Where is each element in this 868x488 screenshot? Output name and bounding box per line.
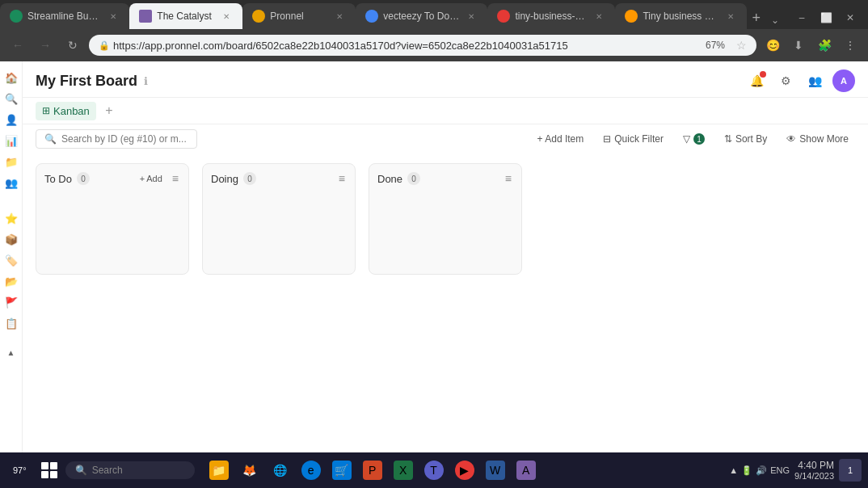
- maximize-button[interactable]: ⬜: [815, 10, 837, 26]
- sidebar-icon-files[interactable]: 📂: [2, 271, 21, 291]
- tab-close-1[interactable]: ✕: [107, 10, 120, 23]
- taskbar-app-word[interactable]: W: [481, 456, 510, 485]
- notif-count: 1: [848, 465, 853, 475]
- taskbar-app-media[interactable]: ▶: [450, 456, 479, 485]
- tab-close-2[interactable]: ✕: [220, 10, 233, 23]
- clock-date: 9/14/2023: [794, 471, 834, 481]
- tab-bar: Streamline Busines... ✕ The Catalyst ✕ P…: [0, 0, 868, 29]
- sidebar-icon-tag[interactable]: 🏷️: [2, 250, 21, 270]
- header-actions: 🔔 ⚙ 👥 A: [745, 69, 855, 92]
- kanban-tab-icon: ⊞: [42, 105, 50, 116]
- menu-icon[interactable]: ⋮: [839, 34, 862, 57]
- zoom-level[interactable]: 67%: [702, 38, 728, 53]
- time-area[interactable]: 4:40 PM 9/14/2023: [794, 460, 834, 481]
- browser-tab-1[interactable]: Streamline Busines... ✕: [0, 3, 129, 29]
- taskbar-left: 97° 🔍 Search: [6, 457, 195, 483]
- browser-tab-5[interactable]: tiny-business-peop... ✕: [487, 3, 615, 29]
- tab-close-5[interactable]: ✕: [592, 10, 605, 23]
- system-tray: ▲ 🔋 🔊 ENG: [729, 465, 790, 476]
- column-title-area-done: Done 0: [377, 172, 420, 185]
- add-view-button[interactable]: +: [99, 101, 119, 120]
- excel-icon: X: [394, 461, 413, 480]
- search-box[interactable]: 🔍: [36, 129, 197, 149]
- taskbar-search[interactable]: 🔍 Search: [65, 461, 195, 479]
- kanban-board: To Do 0 + Add ≡ D: [23, 154, 868, 488]
- show-more-label: Show More: [799, 133, 849, 145]
- column-header-doing: Doing 0 ≡: [203, 164, 355, 193]
- volume-icon[interactable]: 🔊: [756, 465, 767, 476]
- up-arrow-icon[interactable]: ▲: [729, 465, 738, 475]
- sidebar-icon-flag[interactable]: 🚩: [2, 292, 21, 312]
- kanban-view-tab[interactable]: ⊞ Kanban: [36, 102, 96, 120]
- tab-scroll-chevron[interactable]: ⌄: [766, 15, 784, 26]
- toolbar-right: + Add Item ⊟ Quick Filter ▽ 1 ⇅ Sort By …: [531, 130, 855, 148]
- add-item-label: + Add Item: [537, 133, 584, 145]
- profile-icon[interactable]: 😊: [761, 34, 784, 57]
- tab-title-5: tiny-business-peop...: [515, 11, 588, 22]
- taskbar-app-explorer[interactable]: 📁: [204, 456, 234, 485]
- reload-button[interactable]: ↻: [61, 34, 84, 57]
- tab-title-3: Pronnel: [270, 11, 328, 22]
- add-item-button[interactable]: + Add Item: [531, 130, 591, 148]
- column-menu-button-todo[interactable]: ≡: [171, 170, 180, 187]
- sidebar-icon-search[interactable]: 🔍: [2, 89, 21, 108]
- column-add-button-todo[interactable]: + Add: [135, 172, 167, 185]
- notification-center[interactable]: 1: [839, 459, 862, 482]
- users-button[interactable]: 👥: [803, 69, 826, 92]
- tab-favicon-4: [365, 10, 378, 23]
- info-icon[interactable]: ℹ: [144, 75, 148, 87]
- back-button[interactable]: ←: [6, 34, 29, 57]
- taskbar-app-chrome[interactable]: 🌐: [266, 456, 295, 485]
- address-bar: ← → ↻ 🔒 https://app.pronnel.com/board/65…: [0, 29, 868, 61]
- settings-button[interactable]: ⚙: [774, 69, 797, 92]
- sidebar-icon-box[interactable]: 📦: [2, 229, 21, 249]
- tab-close-4[interactable]: ✕: [465, 10, 478, 23]
- column-menu-button-done[interactable]: ≡: [504, 170, 513, 187]
- tab-close-3[interactable]: ✕: [333, 10, 346, 23]
- win-logo-block-1: [41, 462, 48, 469]
- column-count-doing: 0: [243, 172, 256, 185]
- extensions-icon[interactable]: 🧩: [813, 34, 836, 57]
- taskbar-app-excel[interactable]: X: [389, 456, 418, 485]
- new-tab-button[interactable]: +: [747, 6, 766, 29]
- column-menu-button-doing[interactable]: ≡: [337, 170, 347, 187]
- sidebar-icon-folder[interactable]: 📁: [2, 152, 21, 171]
- taskbar-app-teams[interactable]: T: [419, 456, 449, 485]
- sidebar-icon-team[interactable]: 👥: [2, 173, 21, 192]
- bookmark-icon[interactable]: ☆: [736, 39, 747, 52]
- taskbar-app-ppt[interactable]: P: [358, 456, 387, 485]
- taskbar-app-edge[interactable]: e: [297, 456, 326, 485]
- download-icon[interactable]: ⬇: [787, 34, 810, 57]
- quick-filter-button[interactable]: ⊟ Quick Filter: [596, 130, 670, 148]
- browser-tab-6[interactable]: Tiny business peopl... ✕: [615, 3, 746, 29]
- search-input[interactable]: [61, 133, 188, 145]
- view-tabs: ⊞ Kanban +: [23, 98, 868, 124]
- forward-button[interactable]: →: [34, 34, 57, 57]
- kanban-tab-label: Kanban: [53, 105, 90, 117]
- taskbar-app-app2[interactable]: A: [512, 456, 541, 485]
- security-icon: 🔒: [99, 40, 110, 51]
- window-controls: – ⬜ ✕: [784, 10, 868, 26]
- sidebar-icon-chart[interactable]: 📊: [2, 131, 21, 150]
- sidebar-icon-person[interactable]: 👤: [2, 110, 21, 129]
- filter-button[interactable]: ▽ 1: [676, 130, 711, 148]
- start-button[interactable]: [36, 457, 62, 483]
- notification-bell-button[interactable]: 🔔: [745, 69, 768, 92]
- browser-tab-2[interactable]: The Catalyst ✕: [129, 3, 242, 29]
- tab-close-6[interactable]: ✕: [724, 10, 737, 23]
- browser-tab-3[interactable]: Pronnel ✕: [242, 3, 356, 29]
- close-window-button[interactable]: ✕: [839, 10, 862, 26]
- sidebar-icon-home[interactable]: 🏠: [2, 68, 21, 87]
- show-more-button[interactable]: 👁 Show More: [780, 130, 855, 148]
- browser-tab-4[interactable]: vecteezy To Do Doc... ✕: [356, 3, 487, 29]
- sidebar-icon-clipboard[interactable]: 📋: [2, 313, 21, 333]
- sort-by-button[interactable]: ⇅ Sort By: [718, 130, 773, 148]
- url-bar[interactable]: 🔒 https://app.pronnel.com/board/6502ca8e…: [89, 35, 756, 56]
- minimize-button[interactable]: –: [790, 10, 813, 26]
- page-title: My First Board: [36, 73, 137, 90]
- user-avatar[interactable]: A: [832, 69, 855, 92]
- sidebar-icon-star[interactable]: ⭐: [2, 208, 21, 228]
- taskbar-app-firefox[interactable]: 🦊: [235, 456, 264, 485]
- taskbar-app-store[interactable]: 🛒: [327, 456, 356, 485]
- sidebar-collapse-button[interactable]: ▲: [2, 343, 21, 362]
